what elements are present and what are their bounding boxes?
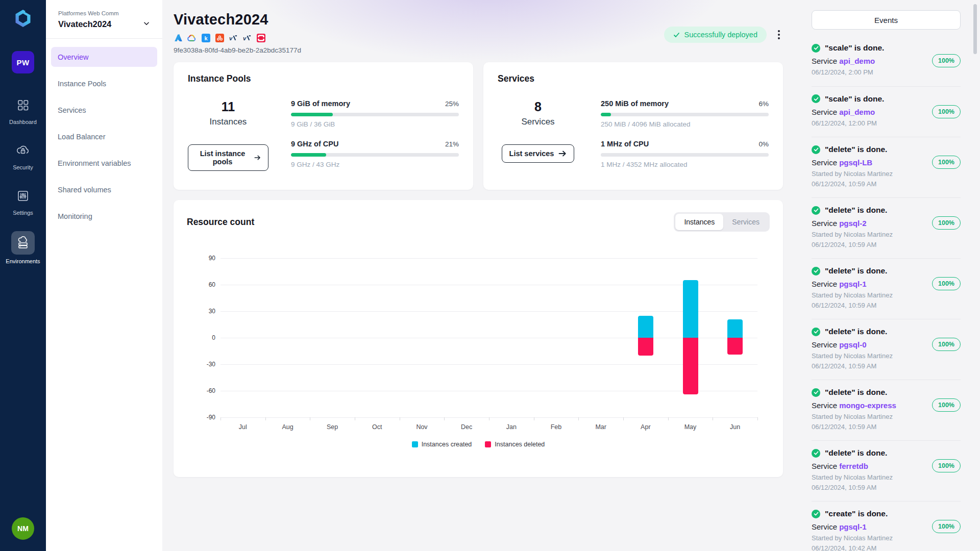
sidebar-item-environment-variables[interactable]: Environment variables: [51, 153, 157, 173]
x-tick-label: Mar: [595, 423, 606, 431]
bar-instances-created-may[interactable]: [683, 280, 698, 338]
rail-item-environments[interactable]: Environments: [0, 231, 46, 264]
event-title: "delete" is done.: [825, 327, 887, 336]
bar-instances-deleted-may[interactable]: [683, 338, 698, 394]
x-tick-label: Sep: [327, 423, 338, 431]
success-check-icon: [812, 328, 820, 336]
more-options-button[interactable]: [775, 28, 783, 41]
x-tick-label: Aug: [282, 423, 293, 431]
event-meta: 06/12/2024, 2:00 PM: [812, 67, 961, 78]
legend-label: Instances deleted: [495, 441, 545, 448]
legend-item: Instances deleted: [485, 441, 545, 448]
x-axis: [220, 417, 757, 420]
arrow-right-icon: [254, 154, 261, 161]
y-tick-label: -90: [198, 414, 215, 421]
event-item[interactable]: "delete" is done. Service pgsql-1 Starte…: [812, 259, 961, 319]
sidebar-item-overview[interactable]: Overview: [51, 47, 157, 67]
service-link[interactable]: pgsql-2: [839, 219, 866, 228]
resource-count-chart: 9060300-30-60-90JulAugSepOctNovDecJanFeb…: [220, 258, 757, 417]
y-tick-label: -60: [198, 387, 215, 394]
rail-item-security[interactable]: Security: [0, 140, 46, 170]
progress-badge: 100%: [932, 520, 961, 533]
service-link[interactable]: pgsql-1: [839, 280, 866, 288]
vmware-icon: v: [229, 33, 238, 42]
metric-9-ghz-of-cpu: 9 GHz of CPU 21% 9 GHz / 43 GHz: [291, 140, 459, 168]
instance-pools-count: 11: [222, 99, 235, 114]
service-link[interactable]: api_demo: [839, 108, 875, 116]
service-link[interactable]: ferretdb: [839, 462, 868, 470]
metric-allocation: 9 GiB / 36 GiB: [291, 120, 459, 128]
event-item[interactable]: "scale" is done. Service api_demo 06/12/…: [812, 87, 961, 138]
bar-instances-created-jun[interactable]: [727, 319, 743, 338]
workspace-avatar[interactable]: PW: [12, 51, 34, 73]
service-link[interactable]: pgsql-0: [839, 340, 866, 349]
event-item[interactable]: "delete" is done. Service mongo-express …: [812, 380, 961, 441]
progress-badge: 100%: [932, 216, 961, 230]
event-item[interactable]: "delete" is done. Service pgsql-2 Starte…: [812, 198, 961, 259]
sidebar-item-monitoring[interactable]: Monitoring: [51, 206, 157, 226]
bar-instances-deleted-jun[interactable]: [727, 338, 743, 355]
gridline: [220, 258, 757, 259]
metric-allocation: 250 MiB / 4096 MiB allocated: [601, 120, 769, 128]
event-title: "delete" is done.: [825, 145, 887, 154]
x-tick-label: Jan: [506, 423, 517, 431]
sidebar-item-load-balancer[interactable]: Load Balancer: [51, 127, 157, 146]
app-logo-icon[interactable]: [11, 6, 35, 31]
svg-text:v: v: [229, 35, 233, 41]
arrow-right-icon: [558, 150, 567, 157]
env-sidebar: Platformes Web Comm Vivatech2024 Overvie…: [46, 0, 162, 551]
x-tick-label: Dec: [461, 423, 472, 431]
bar-instances-deleted-apr[interactable]: [638, 338, 653, 356]
event-item[interactable]: "scale" is done. Service api_demo 06/12/…: [812, 36, 961, 87]
card-title: Instance Pools: [188, 73, 459, 84]
instance-pools-list-button[interactable]: List instance pools: [188, 144, 268, 171]
success-check-icon: [812, 145, 820, 154]
chart-tab-instances[interactable]: Instances: [675, 214, 723, 230]
event-item[interactable]: "delete" is done. Service pgsql-LB Start…: [812, 137, 961, 198]
event-item[interactable]: "delete" is done. Service pgsql-0 Starte…: [812, 319, 961, 380]
chart-tab-services[interactable]: Services: [723, 214, 768, 230]
event-item[interactable]: "delete" is done. Service ferretdb Start…: [812, 441, 961, 502]
service-link[interactable]: pgsql-LB: [839, 158, 872, 167]
sidebar-item-shared-volumes[interactable]: Shared volumes: [51, 180, 157, 199]
service-link[interactable]: api_demo: [839, 57, 875, 65]
progress-badge: 100%: [932, 156, 961, 169]
event-meta: Started by Nicolas Martinez06/12/2024, 1…: [812, 351, 961, 371]
metric-percent: 21%: [445, 140, 459, 148]
event-title: "delete" is done.: [825, 266, 887, 276]
metric-1-mhz-of-cpu: 1 MHz of CPU 0% 1 MHz / 4352 MHz allocat…: [601, 140, 769, 168]
y-tick-label: 0: [198, 334, 215, 341]
rail-item-settings[interactable]: Settings: [0, 186, 46, 216]
check-icon: [673, 32, 680, 38]
metric-percent: 6%: [758, 100, 769, 108]
event-meta: Started by Nicolas Martinez06/12/2024, 1…: [812, 472, 961, 492]
event-meta: Started by Nicolas Martinez06/12/2024, 1…: [812, 412, 961, 432]
service-link[interactable]: mongo-express: [839, 401, 896, 410]
progress-badge: 100%: [932, 459, 961, 472]
user-avatar[interactable]: NM: [12, 517, 34, 540]
rail-nav: Dashboard Security Settings Environments: [0, 95, 46, 264]
legend-label: Instances created: [422, 441, 472, 448]
services-card: Services 8 Services List services 250 Mi…: [483, 62, 783, 190]
gridline: [220, 364, 757, 365]
sidebar-item-instance-pools[interactable]: Instance Pools: [51, 73, 157, 93]
gridline: [220, 311, 757, 312]
environment-uuid: 9fe3038a-80fd-4ab9-be2b-2a2bdc35177d: [174, 46, 301, 54]
metric-label: 250 MiB of memory: [601, 99, 669, 108]
success-check-icon: [812, 94, 820, 103]
events-header-button[interactable]: Events: [812, 10, 961, 30]
svg-text:v: v: [243, 35, 247, 41]
scrollbar-thumb[interactable]: [973, 4, 977, 54]
status-badge: Successfully deployed: [664, 27, 767, 43]
service-link[interactable]: pgsql-1: [839, 522, 866, 531]
bar-instances-created-apr[interactable]: [638, 316, 653, 338]
rail-item-dashboard[interactable]: Dashboard: [0, 95, 46, 125]
services-list-button[interactable]: List services: [502, 144, 575, 163]
sidebar-item-services[interactable]: Services: [51, 100, 157, 120]
settings-sliders-icon: [12, 186, 34, 206]
event-item[interactable]: "create" is done. Service pgsql-1 Starte…: [812, 502, 961, 551]
rail-item-label: Settings: [13, 210, 33, 216]
progress-bar: [601, 113, 769, 116]
google-cloud-icon: [187, 33, 197, 42]
environment-switcher[interactable]: Vivatech2024: [58, 19, 150, 29]
